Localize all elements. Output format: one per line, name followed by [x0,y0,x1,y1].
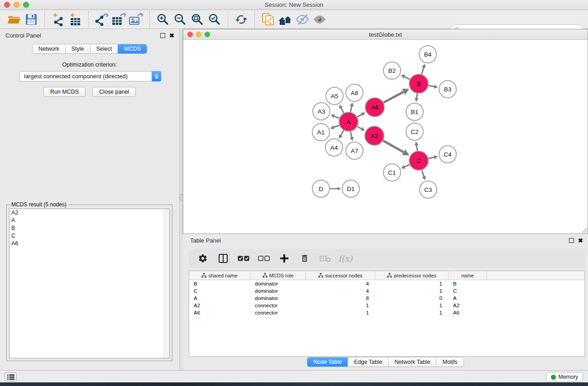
table-cell[interactable]: 0 [375,295,449,302]
node-C1[interactable]: C1 [383,164,401,181]
node-A8[interactable]: A8 [346,84,363,101]
edge-A-A2[interactable] [357,127,365,131]
column-header-shared-name[interactable]: shared name [189,271,250,280]
tab-node-table[interactable]: Node Table [307,357,348,367]
open-session-icon[interactable] [5,11,23,28]
node-A3[interactable]: A3 [313,103,330,120]
zoom-out-icon[interactable] [172,11,189,28]
table-cell[interactable]: C [449,287,487,295]
tab-network[interactable]: Network [33,44,65,53]
new-network-from-selection-icon[interactable] [259,11,277,28]
table-row[interactable]: Adominator80A [189,295,584,302]
node-C4[interactable]: C4 [439,146,456,163]
edge-A2-C[interactable] [383,141,409,155]
result-item[interactable]: A [10,217,169,224]
edge-A-A7[interactable] [350,132,354,141]
table-cell[interactable]: A6 [449,309,487,316]
table-row[interactable]: Cdominator41C [189,287,584,295]
refresh-view-icon[interactable] [233,11,250,28]
hide-selected-icon[interactable] [294,11,311,28]
result-item[interactable]: B [10,224,169,232]
node-C2[interactable]: C2 [406,123,423,140]
tab-network-table[interactable]: Network Table [388,357,436,367]
float-table-panel-icon[interactable] [569,238,574,243]
table-cell[interactable]: dominator [250,287,306,295]
edge-C-C2[interactable] [415,142,419,151]
export-network-icon[interactable] [93,11,110,28]
table-cell[interactable]: dominator [250,295,306,302]
edge-C-C4[interactable] [428,155,438,159]
node-A[interactable]: A [339,112,358,131]
node-C[interactable]: C [409,151,428,170]
apply-function-icon[interactable]: f(x) [339,252,352,265]
column-header-name[interactable]: name [449,271,487,280]
table-row[interactable]: A6connector11A6 [189,309,584,316]
edge-A-A8[interactable] [350,103,354,112]
node-A4[interactable]: A4 [325,139,343,156]
select-all-icon[interactable] [237,252,250,265]
node-B[interactable]: B [409,74,428,93]
table-cell[interactable]: B [449,280,487,287]
table-row[interactable]: Bdominator41B [189,280,584,287]
tab-motifs[interactable]: Motifs [436,357,463,367]
table-cell[interactable]: connector [250,309,306,316]
node-D[interactable]: D [312,180,330,197]
zoom-in-icon[interactable] [154,11,172,28]
table-cell[interactable]: 4 [306,280,375,287]
network-window-titlebar[interactable]: testGlobe.txt [183,29,588,40]
table-cell[interactable]: 1 [375,302,449,309]
delete-row-icon[interactable] [298,252,311,265]
add-row-icon[interactable] [277,252,291,265]
table-cell[interactable]: 8 [306,295,375,302]
table-cell[interactable]: 1 [306,309,375,316]
table-cell[interactable]: connector [250,302,306,309]
node-A6[interactable]: A6 [365,98,384,117]
edge-C-C1[interactable] [401,165,410,169]
table-cell[interactable]: B [189,280,250,287]
node-B3[interactable]: B3 [439,81,456,98]
save-session-icon[interactable] [23,11,40,28]
result-item[interactable]: A2 [10,209,169,217]
delete-table-icon[interactable] [318,252,332,265]
export-image-icon[interactable] [128,11,145,28]
network-canvas[interactable]: B4B2BB3A8A5A6A3B1AA1C2A2A4A7C4CC1C3DD1 [183,40,588,234]
mcds-result-list[interactable]: A2ABCA6 [9,209,170,358]
node-A5[interactable]: A5 [326,87,343,105]
node-A1[interactable]: A1 [312,124,330,141]
edge-B-B3[interactable] [429,85,438,89]
zoom-selected-icon[interactable] [206,11,223,28]
node-B4[interactable]: B4 [419,46,436,63]
edge-B-B1[interactable] [415,94,419,102]
edge-A-A5[interactable] [339,105,344,113]
tab-mcds[interactable]: MCDS [118,44,147,53]
table-cell[interactable]: 1 [306,302,375,309]
table-settings-icon[interactable] [196,252,210,265]
export-table-icon[interactable] [110,11,128,28]
table-cell[interactable]: A [449,295,487,302]
show-all-icon[interactable] [311,11,328,28]
edge-A-A4[interactable] [339,130,344,139]
close-panel-button[interactable]: Close panel [92,87,136,97]
result-item[interactable]: C [10,232,169,240]
zoom-fit-icon[interactable] [189,11,206,28]
show-column-icon[interactable] [216,252,230,265]
close-table-panel-icon[interactable]: ✖ [578,237,583,244]
table-cell[interactable]: A2 [189,302,250,309]
edge-C-C3[interactable] [422,170,426,180]
column-header-mcds-role[interactable]: MCDS role [250,271,306,280]
node-A2[interactable]: A2 [365,126,384,145]
edge-A-A1[interactable] [330,125,339,129]
deselect-all-icon[interactable] [257,252,271,265]
edge-A-A6[interactable] [357,113,365,117]
table-cell[interactable]: dominator [250,280,306,287]
tab-select[interactable]: Select [90,44,118,53]
table-cell[interactable]: 1 [375,280,449,287]
table-cell[interactable]: A6 [189,309,250,316]
edge-A6-B[interactable] [383,89,409,102]
close-panel-icon[interactable]: ✖ [169,32,174,39]
edge-D-D1[interactable] [330,187,341,191]
task-history-button[interactable] [5,372,17,381]
run-mcds-button[interactable]: Run MCDS [43,87,86,97]
import-table-icon[interactable] [67,11,84,28]
result-item[interactable]: A6 [10,240,169,248]
